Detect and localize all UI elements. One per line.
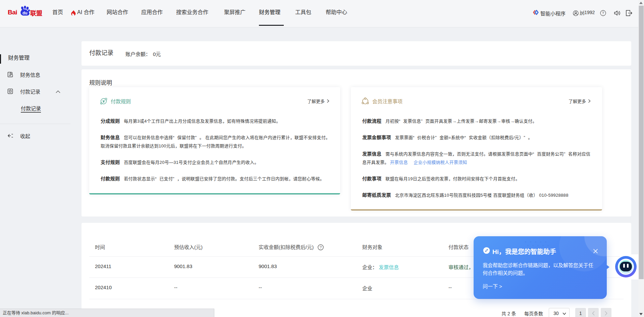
svg-text:?: ?	[320, 245, 322, 249]
svg-text:du: du	[22, 11, 28, 15]
svg-text:?: ?	[602, 11, 604, 15]
